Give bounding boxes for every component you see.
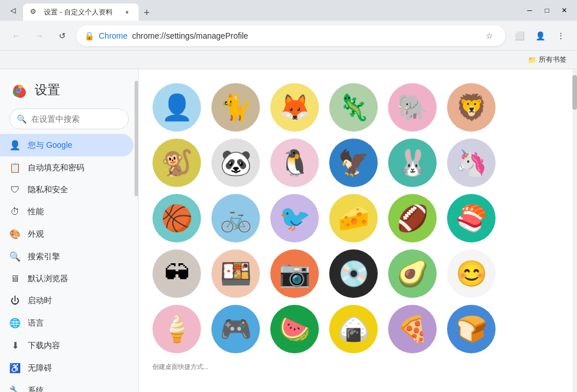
nav-icon-privacy: 🛡 xyxy=(9,185,21,195)
settings-search-box[interactable]: 🔍 xyxy=(9,109,129,129)
minimize-button[interactable]: ─ xyxy=(522,2,538,18)
sidebar-item-appearance[interactable]: 🎨外观 xyxy=(0,223,133,245)
avatar-item-27[interactable]: 🍙 xyxy=(329,305,378,353)
forward-button[interactable]: → xyxy=(30,27,49,45)
avatar-item-29[interactable]: 🍞 xyxy=(447,305,496,353)
nav-label-system: 系统 xyxy=(28,386,44,393)
avatar-item-9[interactable]: 🦅 xyxy=(329,139,378,187)
avatar-item-26[interactable]: 🍉 xyxy=(270,305,319,353)
reader-mode-button[interactable]: ⬜ xyxy=(510,27,528,45)
nav-icon-system: 🔧 xyxy=(9,385,21,392)
nav-label-accessibility: 无障碍 xyxy=(28,363,52,374)
avatar-item-3[interactable]: 🦎 xyxy=(329,83,378,132)
avatar-item-25[interactable]: 🎮 xyxy=(211,305,260,353)
avatar-item-16[interactable]: 🏈 xyxy=(388,194,437,242)
content-area: 👤🐈🦊🦎🐘🦁🐒🐼🐧🦅🐰🦄🏀🚲🐦🧀🏈🍣🕶🍱📷💿🥑😊🍦🎮🍉🍙🍕🍞 创建桌面快捷方式.… xyxy=(139,69,577,392)
addressbar: ← → ↺ 🔒 Chrome chrome://settings/manageP… xyxy=(0,21,577,51)
avatar-item-12[interactable]: 🏀 xyxy=(152,194,201,242)
nav-icon-appearance: 🎨 xyxy=(9,229,21,240)
nav-label-performance: 性能 xyxy=(28,207,44,217)
footer-note: 创建桌面快捷方式... xyxy=(152,363,563,371)
sidebar: 设置 🔍 👤您与 Google📋自动填充和密码🛡隐私和安全⏱性能🎨外观🔍搜索引擎… xyxy=(0,69,139,392)
active-tab[interactable]: ⚙ 设置 - 自定义个人资料 × xyxy=(23,3,139,21)
window-buttons: ─ □ ✕ xyxy=(522,2,572,18)
bookmarks-label: 所有书签 xyxy=(539,55,567,65)
sidebar-scrollbar-thumb xyxy=(135,81,138,196)
avatar-item-7[interactable]: 🐼 xyxy=(211,139,260,187)
sidebar-nav: 👤您与 Google📋自动填充和密码🛡隐私和安全⏱性能🎨外观🔍搜索引擎🖥默认浏览… xyxy=(0,134,138,392)
refresh-button[interactable]: ↺ xyxy=(53,27,72,45)
sidebar-item-accessibility[interactable]: ♿无障碍 xyxy=(0,357,133,379)
sidebar-item-browser[interactable]: 🖥默认浏览器 xyxy=(0,268,133,290)
toolbar-right: ⬜ 👤 ⋮ xyxy=(510,27,570,45)
avatar-item-21[interactable]: 💿 xyxy=(329,249,378,298)
sidebar-item-privacy[interactable]: 🛡隐私和安全 xyxy=(0,179,133,201)
sidebar-item-system[interactable]: 🔧系统 xyxy=(0,379,133,392)
sidebar-scrollbar[interactable] xyxy=(135,69,138,392)
avatar-item-8[interactable]: 🐧 xyxy=(270,139,319,187)
avatar-item-18[interactable]: 🕶 xyxy=(152,249,201,298)
avatar-item-28[interactable]: 🍕 xyxy=(388,305,437,353)
search-icon: 🔍 xyxy=(17,114,27,124)
main-layout: 设置 🔍 👤您与 Google📋自动填充和密码🛡隐私和安全⏱性能🎨外观🔍搜索引擎… xyxy=(0,69,577,392)
chrome-label: Chrome xyxy=(99,31,128,40)
avatar-item-6[interactable]: 🐒 xyxy=(152,139,201,187)
sidebar-item-performance[interactable]: ⏱性能 xyxy=(0,201,133,223)
sidebar-item-language[interactable]: 🌐语言 xyxy=(0,312,133,334)
content-scrollbar-thumb xyxy=(572,75,577,110)
nav-icon-autofill: 📋 xyxy=(9,162,21,173)
profile-button[interactable]: 👤 xyxy=(531,27,549,45)
settings-title: 设置 xyxy=(35,81,60,99)
svg-point-2 xyxy=(16,88,21,92)
avatar-item-11[interactable]: 🦄 xyxy=(447,139,496,187)
tab-bar: ⚙ 设置 - 自定义个人资料 × + xyxy=(23,0,519,21)
back-button[interactable]: ← xyxy=(7,27,25,45)
tab-title: 设置 - 自定义个人资料 xyxy=(44,8,118,17)
nav-label-language: 语言 xyxy=(28,318,44,328)
avatar-item-15[interactable]: 🧀 xyxy=(329,194,378,242)
avatar-item-23[interactable]: 😊 xyxy=(447,249,496,298)
avatar-item-20[interactable]: 📷 xyxy=(270,249,319,298)
avatar-item-2[interactable]: 🦊 xyxy=(270,83,319,132)
sidebar-item-google[interactable]: 👤您与 Google xyxy=(0,134,133,156)
bookmarks-folder[interactable]: 📁 所有书签 xyxy=(524,53,570,67)
tab-back-button[interactable]: ◁ xyxy=(5,2,21,18)
avatar-item-24[interactable]: 🍦 xyxy=(152,305,201,353)
nav-label-search: 搜索引擎 xyxy=(28,252,60,262)
search-input[interactable] xyxy=(31,114,132,124)
sidebar-item-search[interactable]: 🔍搜索引擎 xyxy=(0,245,133,268)
titlebar: ◁ ⚙ 设置 - 自定义个人资料 × + ─ □ ✕ xyxy=(0,0,577,21)
nav-label-startup: 启动时 xyxy=(28,296,52,306)
avatar-item-4[interactable]: 🐘 xyxy=(388,83,437,132)
content-scrollbar[interactable] xyxy=(572,69,577,392)
nav-icon-google: 👤 xyxy=(9,140,21,151)
avatar-item-13[interactable]: 🚲 xyxy=(211,194,260,242)
nav-icon-accessibility: ♿ xyxy=(9,363,21,374)
window-controls: ◁ xyxy=(5,2,21,18)
avatar-item-22[interactable]: 🥑 xyxy=(388,249,437,298)
nav-label-privacy: 隐私和安全 xyxy=(28,185,68,195)
lock-icon: 🔒 xyxy=(84,31,94,40)
bookmarks-bar: 📁 所有书签 xyxy=(0,51,577,69)
avatar-item-0[interactable]: 👤 xyxy=(152,83,201,132)
close-window-button[interactable]: ✕ xyxy=(556,2,572,18)
nav-icon-performance: ⏱ xyxy=(9,207,21,217)
star-icon[interactable]: ☆ xyxy=(481,28,497,44)
nav-label-browser: 默认浏览器 xyxy=(28,274,68,284)
avatar-item-17[interactable]: 🍣 xyxy=(447,194,496,242)
menu-button[interactable]: ⋮ xyxy=(552,27,570,45)
avatar-item-10[interactable]: 🐰 xyxy=(388,139,437,187)
sidebar-item-startup[interactable]: ⏻启动时 xyxy=(0,290,133,312)
maximize-button[interactable]: □ xyxy=(539,2,555,18)
avatar-item-5[interactable]: 🦁 xyxy=(447,83,496,132)
avatar-item-19[interactable]: 🍱 xyxy=(211,249,260,298)
avatar-item-14[interactable]: 🐦 xyxy=(270,194,319,242)
avatar-item-1[interactable]: 🐈 xyxy=(211,83,260,132)
new-tab-button[interactable]: + xyxy=(139,5,155,21)
sidebar-item-download[interactable]: ⬇下载内容 xyxy=(0,334,133,357)
nav-icon-language: 🌐 xyxy=(9,318,21,328)
tab-close-button[interactable]: × xyxy=(122,8,132,17)
sidebar-item-autofill[interactable]: 📋自动填充和密码 xyxy=(0,156,133,179)
address-bar[interactable]: 🔒 Chrome chrome://settings/manageProfile… xyxy=(76,25,505,46)
nav-icon-browser: 🖥 xyxy=(9,274,21,284)
